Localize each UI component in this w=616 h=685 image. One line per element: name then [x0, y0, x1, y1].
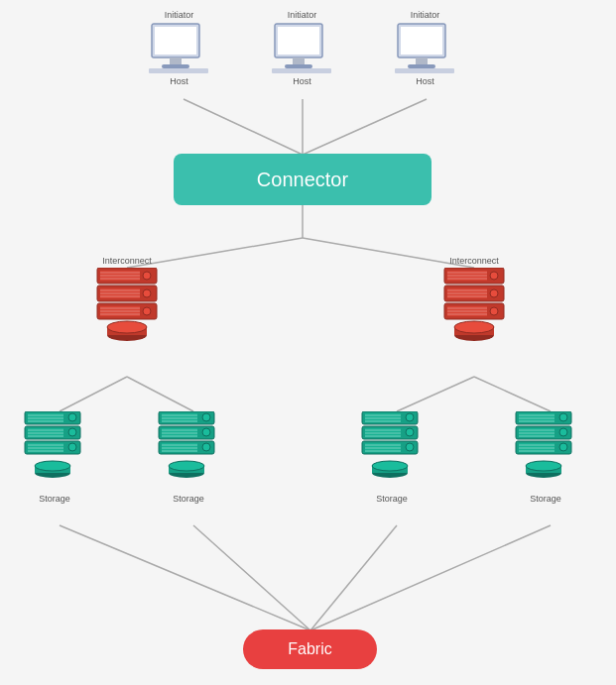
svg-line-6 — [60, 377, 127, 411]
teal-server-2: Storage — [154, 411, 223, 504]
svg-point-82 — [68, 428, 76, 436]
computer-1: Initiator Host — [147, 10, 211, 88]
svg-rect-16 — [170, 57, 182, 64]
teal-server-3-icon — [357, 411, 427, 491]
red-server-left-label: Interconnect — [102, 256, 152, 266]
teal-server-2-label: Storage — [173, 494, 204, 504]
svg-point-97 — [202, 413, 210, 421]
svg-line-13 — [310, 525, 551, 630]
svg-point-46 — [143, 307, 151, 315]
teal-server-4-icon — [511, 411, 580, 491]
computer-3-top-label: Initiator — [411, 10, 440, 20]
svg-point-124 — [406, 428, 414, 436]
svg-point-61 — [490, 289, 498, 297]
computer-3-icon — [393, 22, 457, 76]
svg-rect-22 — [285, 64, 312, 68]
svg-point-88 — [68, 443, 76, 451]
svg-rect-23 — [272, 68, 331, 73]
fabric-label: Fabric — [288, 640, 331, 658]
fabric-box: Fabric — [243, 629, 377, 669]
connector-label: Connector — [257, 169, 348, 191]
svg-rect-28 — [395, 68, 454, 73]
svg-line-7 — [127, 377, 193, 411]
svg-point-130 — [406, 443, 414, 451]
svg-point-91 — [35, 461, 70, 471]
computer-3: Initiator Host — [393, 10, 457, 88]
svg-point-112 — [169, 461, 204, 471]
svg-point-118 — [406, 413, 414, 421]
red-server-right: Interconnect — [434, 256, 514, 357]
teal-server-1-icon — [20, 411, 89, 491]
svg-point-34 — [143, 272, 151, 280]
teal-server-1-label: Storage — [39, 494, 70, 504]
svg-line-10 — [60, 525, 310, 630]
svg-point-139 — [559, 413, 567, 421]
svg-line-8 — [397, 377, 474, 411]
svg-rect-26 — [416, 57, 428, 64]
svg-rect-17 — [162, 64, 189, 68]
svg-point-40 — [143, 289, 151, 297]
teal-server-3: Storage — [357, 411, 427, 504]
svg-rect-18 — [149, 68, 208, 73]
connector-box: Connector — [174, 154, 431, 205]
svg-point-70 — [454, 321, 494, 333]
red-server-right-label: Interconnect — [449, 256, 499, 266]
computer-3-bottom-label: Host — [416, 76, 434, 86]
svg-rect-25 — [401, 27, 442, 55]
svg-line-9 — [474, 377, 551, 411]
svg-point-109 — [202, 443, 210, 451]
svg-line-12 — [310, 525, 397, 630]
network-diagram: Connector Fabric Initiator Host Initiato… — [0, 0, 616, 685]
computer-1-bottom-label: Host — [170, 76, 188, 86]
svg-point-67 — [490, 307, 498, 315]
svg-rect-15 — [155, 27, 196, 55]
computer-2-icon — [270, 22, 334, 76]
red-server-left-icon — [87, 268, 167, 357]
svg-point-151 — [559, 443, 567, 451]
teal-server-1: Storage — [20, 411, 89, 504]
computer-2-top-label: Initiator — [288, 10, 317, 20]
svg-rect-21 — [293, 57, 305, 64]
svg-point-133 — [372, 461, 408, 471]
teal-server-4: Storage — [511, 411, 580, 504]
red-server-right-icon — [434, 268, 514, 357]
svg-point-49 — [107, 321, 147, 333]
svg-point-76 — [68, 413, 76, 421]
svg-rect-27 — [408, 64, 435, 68]
svg-point-103 — [202, 428, 210, 436]
computer-1-top-label: Initiator — [165, 10, 194, 20]
svg-point-145 — [559, 428, 567, 436]
red-server-left: Interconnect — [87, 256, 167, 357]
svg-line-2 — [303, 99, 427, 155]
computer-2-bottom-label: Host — [293, 76, 311, 86]
svg-point-55 — [490, 272, 498, 280]
svg-rect-20 — [278, 27, 319, 55]
svg-point-154 — [526, 461, 561, 471]
computer-1-icon — [147, 22, 211, 76]
teal-server-4-label: Storage — [530, 494, 561, 504]
svg-line-0 — [184, 99, 303, 155]
teal-server-2-icon — [154, 411, 223, 491]
computer-2: Initiator Host — [270, 10, 334, 88]
teal-server-3-label: Storage — [376, 494, 408, 504]
svg-line-11 — [193, 525, 310, 630]
